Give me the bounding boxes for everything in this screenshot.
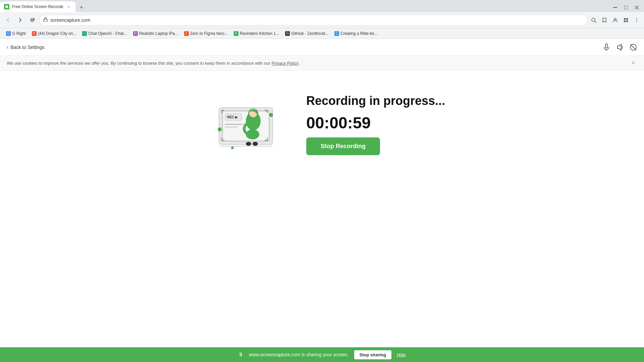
recording-main: REC ▶ — [0, 71, 644, 178]
back-button[interactable] — [3, 15, 13, 25]
bookmark-favicon-github: G — [285, 31, 290, 36]
svg-point-32 — [218, 127, 222, 131]
recording-status-text: Recording in progress... — [306, 94, 445, 108]
cookie-close-button[interactable]: × — [629, 59, 637, 67]
bookmark-ravinders[interactable]: R Ravinders Kitchen 1... — [231, 29, 282, 38]
bookmark-dragon-city[interactable]: D (44) Dragon City on... — [29, 29, 79, 38]
svg-rect-15 — [605, 44, 607, 48]
menu-icon-btn[interactable] — [632, 15, 641, 25]
recording-timer: 00:00:59 — [306, 114, 445, 132]
active-tab[interactable]: Free Online Screen Recorde × — [0, 1, 75, 12]
bookmarks-bar: G G Right D (44) Dragon City on... C Cha… — [0, 28, 644, 39]
svg-point-14 — [636, 21, 637, 22]
bookmark-favicon-ride: C — [334, 31, 339, 36]
address-bar[interactable]: screencapture.com — [39, 15, 588, 25]
back-chevron-icon: ‹ — [7, 44, 8, 50]
topbar-icons — [602, 43, 637, 51]
bookmark-openai[interactable]: C Chat OpenAI - Chat... — [79, 29, 129, 38]
bookmark-favicon-g-right: G — [6, 31, 11, 36]
back-link-text: Back to Settings — [10, 45, 44, 50]
bookmark-github[interactable]: G GitHub - Zenithcod... — [282, 29, 331, 38]
toolbar-icons — [589, 15, 641, 25]
svg-point-35 — [246, 142, 251, 146]
cookie-banner: We use cookies to improve the services w… — [0, 56, 644, 71]
bookmark-favicon-openai: C — [82, 31, 87, 36]
bookmark-g-right[interactable]: G G Right — [3, 29, 29, 38]
svg-rect-4 — [44, 19, 47, 22]
bookmark-ride[interactable]: C Creating a Ride-bo... — [332, 29, 380, 38]
svg-point-31 — [269, 113, 273, 117]
screen-share-bar: ⏸ www.screencapture.com is sharing your … — [0, 347, 644, 362]
bookmark-figma[interactable]: Z Zero to Figma hero... — [181, 29, 230, 38]
no-cam-icon[interactable] — [629, 43, 637, 51]
speaker-icon[interactable] — [616, 43, 624, 51]
close-window-button[interactable] — [632, 3, 641, 12]
svg-rect-9 — [626, 18, 628, 20]
svg-point-12 — [636, 18, 637, 18]
extensions-icon-btn[interactable] — [621, 15, 631, 25]
browser-frame: Free Online Screen Recorde × + — [0, 0, 644, 362]
svg-text:REC ▶: REC ▶ — [227, 115, 238, 119]
page-content: ‹ Back to Settings We use cookies to imp… — [0, 39, 644, 362]
svg-rect-0 — [613, 7, 617, 8]
bookmark-icon-btn[interactable] — [600, 15, 609, 25]
stop-recording-button[interactable]: Stop Recording — [306, 137, 380, 155]
back-to-settings-link[interactable]: ‹ Back to Settings — [7, 44, 45, 50]
recording-illustration: REC ▶ — [199, 91, 279, 158]
bookmark-laptop[interactable]: R Realistic Laptop iPa... — [130, 29, 181, 38]
bookmark-favicon-laptop: R — [133, 31, 138, 36]
browser-toolbar: screencapture.com — [0, 12, 644, 28]
svg-point-33 — [231, 146, 234, 149]
reload-button[interactable] — [27, 15, 38, 25]
hide-share-bar-button[interactable]: Hide — [397, 352, 406, 357]
svg-point-36 — [253, 142, 258, 146]
stop-sharing-button[interactable]: Stop sharing — [354, 350, 391, 359]
svg-point-13 — [636, 19, 637, 20]
address-text: screencapture.com — [50, 17, 583, 23]
page-topbar: ‹ Back to Settings — [0, 39, 644, 56]
cookie-text: We use cookies to improve the services w… — [7, 61, 270, 66]
svg-rect-1 — [624, 6, 628, 9]
search-icon-btn[interactable] — [589, 15, 598, 25]
forward-button[interactable] — [15, 15, 25, 25]
recording-info: Recording in progress... 00:00:59 Stop R… — [306, 94, 445, 155]
bookmark-favicon-ravinders: R — [234, 31, 238, 36]
svg-line-6 — [595, 21, 596, 22]
share-bar-pause-icon: ⏸ — [238, 352, 244, 358]
lock-icon — [43, 17, 48, 23]
svg-rect-8 — [624, 18, 626, 20]
minimize-button[interactable] — [610, 3, 620, 12]
tab-title: Free Online Screen Recorde — [12, 4, 63, 9]
window-controls — [608, 3, 644, 12]
share-bar-text: www.screencapture.com is sharing your sc… — [249, 352, 348, 357]
svg-point-29 — [246, 129, 259, 139]
mic-icon[interactable] — [602, 43, 610, 51]
svg-rect-10 — [624, 20, 626, 22]
tab-bar: Free Online Screen Recorde × + — [0, 0, 644, 12]
tab-close-button[interactable]: × — [66, 4, 71, 9]
new-tab-button[interactable]: + — [77, 3, 86, 12]
profile-icon-btn[interactable] — [610, 15, 620, 25]
bookmark-favicon-dragon: D — [32, 31, 37, 36]
maximize-button[interactable] — [621, 3, 631, 12]
bookmark-favicon-figma: Z — [184, 31, 189, 36]
svg-line-19 — [631, 45, 636, 50]
svg-rect-11 — [626, 20, 628, 22]
tab-favicon-icon — [4, 4, 9, 9]
privacy-policy-link[interactable]: Privacy Policy — [272, 61, 299, 66]
svg-marker-17 — [618, 44, 621, 50]
